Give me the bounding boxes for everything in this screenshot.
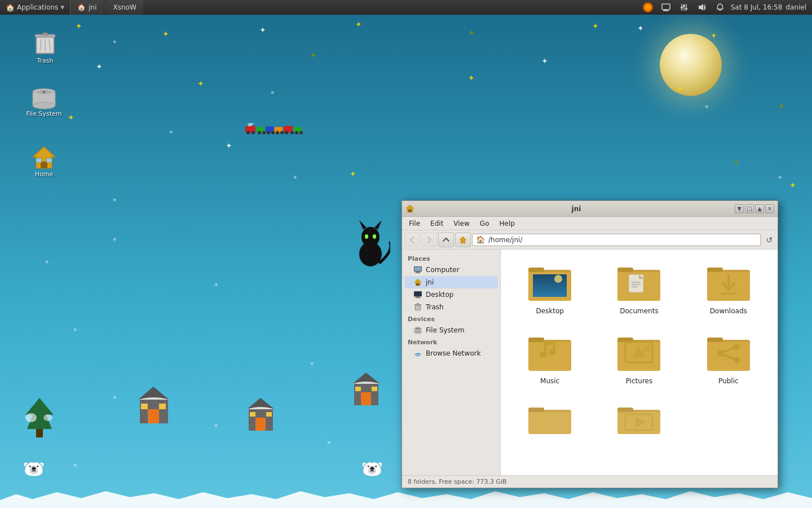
taskbar-separator [105,2,105,13]
window-titlebar: jni ▼ □ ▲ ✕ [402,201,778,217]
svg-rect-61 [662,4,670,10]
jni-window-label: jni [89,3,96,11]
window-minimize-btn[interactable]: ▼ [735,204,744,213]
applications-label: Applications [17,3,58,11]
house-decoration [351,370,382,406]
svg-rect-119 [528,342,571,371]
menu-go[interactable]: Go [475,218,494,229]
folder-public[interactable]: Public [695,329,762,389]
sidebar-filesystem-label: File System [426,326,465,334]
menu-file[interactable]: File [404,218,425,229]
up-button[interactable] [438,233,454,247]
snowflake: ❄ [113,198,117,203]
desktop-icon-home[interactable]: Home [21,146,67,178]
documents-folder-icon [616,263,661,304]
sidebar-item-trash[interactable]: Trash [404,301,498,313]
volume-btn[interactable] [695,0,709,15]
sidebar-item-jni[interactable]: jni [404,276,498,288]
window-restore-btn[interactable]: □ [745,204,754,213]
status-bar-text: 8 folders, Free space: 773.3 GiB [408,478,507,485]
trash-label: Trash [37,57,53,64]
display-settings-btn[interactable] [659,0,673,15]
refresh-button[interactable]: ↺ [763,234,775,246]
address-bar[interactable]: 🏠 /home/jni/ [472,234,761,246]
menu-view[interactable]: View [449,218,474,229]
window-maximize-btn[interactable]: ▲ [755,204,764,213]
home-btn-icon [459,236,467,244]
window-close-btn[interactable]: ✕ [765,204,774,213]
taskbar-window-xsnow[interactable]: XsnoW [107,0,143,15]
sidebar-item-computer[interactable]: Computer [404,264,498,276]
star: ✦ [259,25,266,34]
sidebar-item-desktop[interactable]: Desktop [404,288,498,301]
snowflake: ❄ [113,395,117,400]
sidebar-item-filesystem[interactable]: File System [404,324,498,336]
folder-8[interactable] [605,398,673,452]
home-button[interactable] [455,233,471,247]
svg-rect-67 [683,5,685,7]
svg-rect-99 [528,268,544,272]
svg-rect-89 [417,303,419,304]
svg-point-56 [43,91,45,93]
sidebar-browse-network-label: Browse Network [426,349,481,357]
snow-ground [0,488,812,508]
forward-button[interactable] [421,233,437,247]
folder-downloads[interactable]: Downloads [695,259,762,319]
desktop-icon-filesystem[interactable]: File System [21,87,67,117]
back-button[interactable] [404,233,420,247]
pixel-train [245,123,333,136]
sidebar-desktop-label: Desktop [426,291,454,299]
svg-rect-127 [707,338,723,342]
star: ✦ [733,158,740,167]
sidebar-item-browse-network[interactable]: Browse Network [404,347,498,360]
xsnow-window-label: XsnoW [113,3,136,11]
svg-rect-75 [408,209,412,212]
svg-point-8 [271,131,275,134]
svg-point-24 [365,234,368,239]
svg-point-95 [414,331,421,334]
window-controls: ▼ □ ▲ ✕ [735,204,774,213]
folder7-icon [527,403,572,444]
desktop-icon-trash[interactable]: Trash [23,31,68,64]
star: ✦ [350,169,356,178]
sidebar-computer-label: Computer [426,266,460,274]
snowflake: ❄ [73,327,77,332]
star: ✦ [637,24,644,33]
svg-rect-28 [148,409,159,423]
window-toolbar: 🏠 /home/jni/ ↺ [402,230,778,249]
audio-mix-btn[interactable] [677,0,691,15]
star: ✦ [778,102,785,111]
folder-documents[interactable]: Documents [605,259,673,319]
star: ✦ [355,20,362,29]
folder-music[interactable]: Music [516,329,584,389]
svg-point-13 [285,131,288,134]
firefox-icon-btn[interactable] [641,0,655,15]
taskbar-window-jni[interactable]: 🏠 jni [70,0,103,15]
window-menubar: File Edit View Go Help [402,217,778,230]
svg-rect-88 [414,304,421,305]
sidebar: Places Computer [402,249,501,475]
menu-help[interactable]: Help [495,218,519,229]
star: ✦ [226,141,232,150]
desktop-folder-label: Desktop [536,307,564,315]
folder-desktop[interactable]: Desktop [516,259,584,319]
svg-rect-84 [414,292,421,296]
polar-bear: 🐻‍❄️ [23,458,45,480]
svg-point-11 [280,131,284,134]
notification-btn[interactable] [713,0,727,15]
svg-point-10 [276,131,279,134]
svg-rect-136 [528,412,571,434]
public-folder-icon [706,333,751,374]
applications-menu[interactable]: 🏠 Applications ▼ [0,0,70,15]
folder-pictures[interactable]: Pictures [605,329,673,389]
computer-icon [413,265,422,274]
svg-rect-40 [372,387,377,391]
snowflake: ❄ [73,463,77,468]
snowflake: ❄ [310,361,314,366]
menu-edit[interactable]: Edit [426,218,448,229]
address-home-icon: 🏠 [476,235,485,244]
folder-7[interactable] [516,398,584,452]
svg-rect-86 [415,297,421,298]
star: ✦ [789,181,796,190]
svg-point-2 [251,131,255,134]
